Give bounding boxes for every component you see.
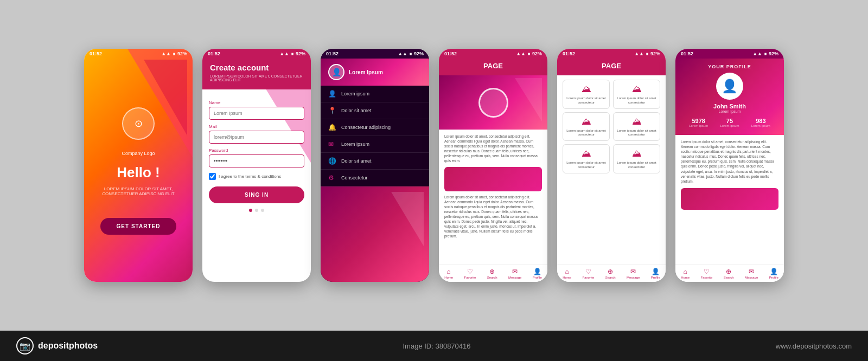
status-time: 01:52: [681, 51, 693, 56]
name-input[interactable]: [209, 107, 304, 120]
signal-icon: ▲▲: [634, 51, 644, 56]
menu-item-1[interactable]: 👤 Lorem ipsum: [321, 86, 429, 102]
logo-icon: ⊙: [135, 118, 143, 130]
wifi-icon: ∎: [173, 51, 176, 56]
grid-item-label-4: Lorem ipsum dolor sit amet consectetur: [617, 129, 656, 138]
menu-item-label: Dolor sit amet: [341, 108, 372, 113]
footer-image-id: Image ID: 380870416: [403, 342, 470, 350]
nav-search-2[interactable]: ⊕ Search: [605, 268, 616, 279]
dot-2: [255, 209, 258, 212]
menu-profile: 👤 Lorem Ipsum: [321, 59, 429, 86]
grid-item-4: ⛰ Lorem ipsum dolor sit amet consectetur: [613, 112, 660, 141]
heart-icon-3: ♡: [704, 268, 710, 275]
page-text-1: Lorem ipsum dolor sit amet, consectetur …: [444, 134, 542, 164]
create-account-subtitle: LOREM IPSUM DOLOR SIT AMET, CONSECTETUER…: [210, 74, 303, 82]
stat-num-3: 983: [751, 118, 770, 124]
menu-profile-name: Lorem Ipsum: [349, 69, 383, 75]
password-label: Password: [209, 148, 304, 153]
status-time: 01:52: [326, 51, 339, 56]
stat-label-1: Lorem Ipsum: [689, 124, 708, 127]
password-input[interactable]: [209, 154, 304, 167]
nav-profile[interactable]: 👤 Profile: [533, 268, 542, 279]
profile-icon-2: 👤: [652, 268, 660, 275]
profile-name: John Smith: [683, 103, 776, 109]
get-started-button[interactable]: GET STARTED: [100, 218, 177, 235]
dot-1: [249, 209, 252, 212]
status-icons: ▲▲ ∎ 92%: [752, 51, 778, 56]
stat-label-2: Lorem Ipsum: [720, 124, 739, 127]
nav-message-2[interactable]: ✉ Message: [627, 268, 640, 279]
signal-icon: ▲▲: [398, 51, 407, 56]
create-account-title: Create account: [210, 63, 303, 72]
nav-home[interactable]: ⌂ Home: [444, 268, 453, 279]
status-time: 01:52: [563, 51, 575, 56]
grid-container: ⛰ Lorem ipsum dolor sit amet consectetur…: [557, 75, 666, 178]
footer-logo: 📷 depositphotos: [16, 337, 98, 354]
sign-in-button[interactable]: SING IN: [209, 186, 304, 203]
phone-profile: 01:52 ▲▲ ∎ 92% YOUR PROFILE 👤 John Smith…: [675, 49, 784, 282]
status-icons: ▲▲ ∎ 92%: [161, 51, 187, 56]
stat-num-1: 5978: [689, 118, 708, 124]
nav-home-3[interactable]: ⌂ Home: [681, 268, 690, 279]
battery-icon: 92%: [296, 51, 305, 56]
menu-item-label: Consectetur: [341, 175, 368, 181]
status-icons: ▲▲ ∎ 92%: [516, 51, 542, 56]
grid-item-3: ⛰ Lorem ipsum dolor sit amet consectetur: [563, 112, 610, 141]
deposit-camera-icon: 📷: [16, 337, 34, 354]
stat-3: 983 Lorem Ipsum: [751, 118, 770, 127]
mountain-icon-5: ⛰: [582, 148, 591, 159]
nav-favorite-3[interactable]: ♡ Favorite: [701, 268, 713, 279]
status-time: 01:52: [208, 51, 220, 56]
home-icon-2: ⌂: [565, 268, 569, 275]
grid-spacer: [557, 178, 666, 265]
footer-bar: 📷 depositphotos Image ID: 380870416 www.…: [0, 331, 868, 361]
terms-checkbox[interactable]: [209, 173, 216, 180]
menu-item-3[interactable]: 🔔 Consectetur adipiscing: [321, 119, 429, 136]
stats-row: 5978 Lorem Ipsum 75 Lorem Ipsum 983 Lore…: [683, 118, 776, 127]
profile-bio: Lorem ipsum dolor sit amet, consectetur …: [681, 139, 778, 184]
home-icon: ⌂: [447, 268, 451, 275]
grid-item-5: ⛰ Lorem ipsum dolor sit amet consectetur: [563, 144, 610, 173]
status-icons: ▲▲ ∎ 92%: [634, 51, 660, 56]
nav-favorite-2[interactable]: ♡ Favorite: [583, 268, 595, 279]
nav-message-3[interactable]: ✉ Message: [745, 268, 758, 279]
logo-label: Company Logo: [122, 151, 155, 156]
nav-profile-2[interactable]: 👤 Profile: [651, 268, 660, 279]
menu-item-6[interactable]: ⚙ Consectetur: [321, 170, 429, 186]
phone-hello: 01:52 ▲▲ ∎ 92% ⊙ Company Logo Hello ! LO…: [84, 49, 193, 282]
menu-item-label: Consectetur adipiscing: [341, 125, 391, 130]
profile-body: Lorem ipsum dolor sit amet, consectetur …: [675, 135, 784, 265]
menu-item-2[interactable]: 📍 Dolor sit amet: [321, 102, 429, 119]
page-header: PAGE: [439, 59, 547, 75]
page-title: PAGE: [446, 62, 540, 70]
status-icons: ▲▲ ∎ 92%: [279, 51, 305, 56]
nav-search-3[interactable]: ⊕ Search: [724, 268, 734, 279]
phone-page1: 01:52 ▲▲ ∎ 92% PAGE Lorem ipsum dolor si…: [439, 49, 547, 282]
mail-input[interactable]: [209, 131, 304, 144]
menu-avatar: 👤: [328, 64, 344, 80]
wifi-icon: ∎: [527, 51, 531, 56]
menu-list: 👤 Lorem ipsum 📍 Dolor sit amet 🔔 Consect…: [321, 86, 429, 186]
nav-search[interactable]: ⊕ Search: [487, 268, 497, 279]
signal-icon: ▲▲: [516, 51, 526, 56]
nav-profile-3[interactable]: 👤 Profile: [769, 268, 778, 279]
nav-favorite[interactable]: ♡ Favorite: [464, 268, 476, 279]
stat-label-3: Lorem Ipsum: [751, 124, 770, 127]
nav-message[interactable]: ✉ Message: [508, 268, 521, 279]
terms-label: I agree to the terms & conditions: [219, 174, 281, 179]
wifi-icon: ∎: [646, 51, 649, 56]
menu-item-5[interactable]: 🌐 Dolor sit amet: [321, 153, 429, 170]
home-icon-3: ⌂: [684, 268, 687, 275]
profile-avatar: 👤: [716, 73, 743, 100]
grid-item-label-2: Lorem ipsum dolor sit amet consectetur: [617, 96, 656, 105]
nav-home-2[interactable]: ⌂ Home: [563, 268, 571, 279]
message-icon-2: ✉: [630, 268, 636, 275]
menu-item-4[interactable]: ✉ Lorem ipsum: [321, 136, 429, 153]
stat-num-2: 75: [720, 118, 739, 124]
profile-icon: 👤: [533, 268, 541, 275]
phone-menu: 01:52 ▲▲ ∎ 92% 👤 Lorem Ipsum 👤 Lorem ips…: [321, 49, 429, 282]
profile-header: YOUR PROFILE 👤 John Smith Lorem Ipsum 59…: [675, 59, 784, 135]
hello-heading: Hello !: [117, 164, 159, 181]
menu-item-label: Lorem ipsum: [341, 141, 369, 147]
dot-3: [261, 209, 264, 212]
